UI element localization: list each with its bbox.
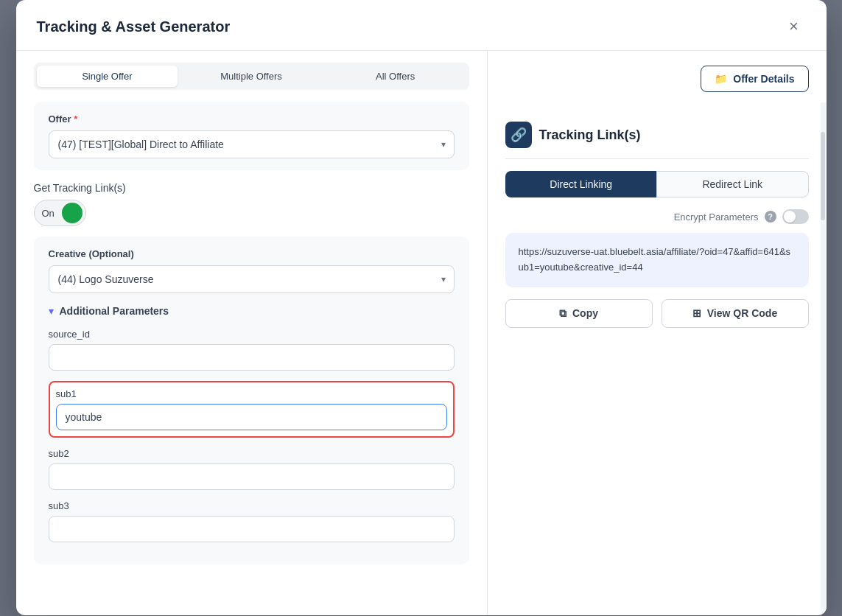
link-type-tabs: Direct Linking Redirect Link xyxy=(505,171,809,197)
scrollbar-track[interactable] xyxy=(821,102,827,615)
left-panel: Single Offer Multiple Offers All Offers … xyxy=(16,51,488,615)
tracking-links-section: 🔗 Tracking Link(s) Direct Linking Redire… xyxy=(505,122,809,328)
tab-direct-linking[interactable]: Direct Linking xyxy=(505,171,657,197)
sub3-input[interactable] xyxy=(49,516,455,542)
action-buttons: ⧉ Copy ⊞ View QR Code xyxy=(505,299,809,328)
toggle-knob[interactable] xyxy=(62,203,83,223)
param-field-sub1: sub1 xyxy=(49,381,455,438)
sub2-label: sub2 xyxy=(49,448,455,459)
creative-select-wrapper: (44) Logo Suzuverse ▾ xyxy=(49,265,455,293)
tracking-asset-generator-modal: Tracking & Asset Generator × Single Offe… xyxy=(16,0,827,615)
source-id-label: source_id xyxy=(49,329,455,340)
toggle-container[interactable]: On xyxy=(34,200,86,226)
offer-details-label: Offer Details xyxy=(733,73,794,85)
view-qr-code-button[interactable]: ⊞ View QR Code xyxy=(662,299,809,328)
params-header: ▾ Additional Parameters xyxy=(49,305,455,317)
link-icon: 🔗 xyxy=(511,127,527,143)
qr-label: View QR Code xyxy=(707,307,777,319)
tab-redirect-link[interactable]: Redirect Link xyxy=(656,171,809,197)
offer-select-wrapper: (47) [TEST][Global] Direct to Affiliate … xyxy=(49,130,455,158)
modal-title: Tracking & Asset Generator xyxy=(37,18,231,35)
tab-single-offer[interactable]: Single Offer xyxy=(37,66,178,87)
tracking-links-header: 🔗 Tracking Link(s) xyxy=(505,122,809,159)
encrypt-toggle[interactable] xyxy=(782,209,809,224)
right-panel: 📁 Offer Details 🔗 Tracking Link(s) Dir xyxy=(488,51,827,615)
scrollbar-thumb xyxy=(821,132,825,220)
creative-label: Creative (Optional) xyxy=(49,248,455,259)
offer-details-button[interactable]: 📁 Offer Details xyxy=(701,66,808,92)
offer-type-tabs: Single Offer Multiple Offers All Offers xyxy=(34,63,469,90)
source-id-input[interactable] xyxy=(49,344,455,371)
encrypt-row: Encrypt Parameters ? xyxy=(505,209,809,224)
copy-label: Copy xyxy=(572,307,598,319)
tracking-toggle-row: Get Tracking Link(s) xyxy=(34,182,469,194)
params-chevron-icon: ▾ xyxy=(49,305,54,317)
offer-section: Offer * (47) [TEST][Global] Direct to Af… xyxy=(34,102,469,170)
offer-details-row: 📁 Offer Details xyxy=(505,66,809,107)
creative-section: Creative (Optional) (44) Logo Suzuverse … xyxy=(34,237,469,564)
tab-all-offers[interactable]: All Offers xyxy=(325,66,466,87)
tracking-toggle-label: Get Tracking Link(s) xyxy=(34,182,126,194)
tab-multiple-offers[interactable]: Multiple Offers xyxy=(180,66,322,87)
params-title: Additional Parameters xyxy=(60,305,169,317)
encrypt-toggle-knob xyxy=(784,211,796,223)
help-icon[interactable]: ? xyxy=(765,211,776,223)
modal-body: Single Offer Multiple Offers All Offers … xyxy=(16,51,827,615)
sub3-label: sub3 xyxy=(49,500,455,511)
additional-params-section: ▾ Additional Parameters source_id sub1 xyxy=(49,305,455,542)
link-url-text: https://suzuverse-uat.bluebelt.asia/affi… xyxy=(519,246,791,273)
toggle-on-text: On xyxy=(38,206,59,220)
offer-label: Offer * xyxy=(49,113,455,125)
sub1-input[interactable] xyxy=(56,404,447,430)
modal-header: Tracking & Asset Generator × xyxy=(16,0,827,51)
param-field-sub3: sub3 xyxy=(49,500,455,542)
encrypt-label: Encrypt Parameters xyxy=(674,211,759,223)
copy-button[interactable]: ⧉ Copy xyxy=(505,299,653,328)
qr-icon: ⊞ xyxy=(692,307,701,319)
link-display: https://suzuverse-uat.bluebelt.asia/affi… xyxy=(505,233,809,287)
sub1-label: sub1 xyxy=(56,388,447,399)
creative-select[interactable]: (44) Logo Suzuverse xyxy=(49,265,455,293)
param-field-sub2: sub2 xyxy=(49,448,455,490)
folder-icon: 📁 xyxy=(715,73,727,85)
toggle-control-row: On xyxy=(34,200,469,226)
tracking-links-icon: 🔗 xyxy=(505,122,532,148)
param-field-source-id: source_id xyxy=(49,329,455,371)
close-button[interactable]: × xyxy=(782,15,806,38)
required-indicator: * xyxy=(74,113,77,125)
sub2-input[interactable] xyxy=(49,463,455,490)
offer-select[interactable]: (47) [TEST][Global] Direct to Affiliate xyxy=(49,130,455,158)
copy-icon: ⧉ xyxy=(559,307,566,320)
tracking-links-title: Tracking Link(s) xyxy=(539,127,641,143)
